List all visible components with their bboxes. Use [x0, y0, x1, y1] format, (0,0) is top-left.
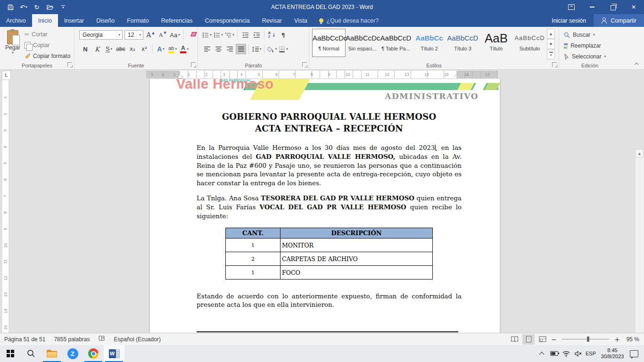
highlight-button[interactable]: ab▾ [167, 44, 178, 54]
paste-button[interactable]: Pegar ▾ [3, 29, 23, 66]
style-sin-espaciado[interactable]: AaBbCcDcSin espaci... [346, 29, 379, 57]
shrink-font-button[interactable]: A▼ [157, 30, 168, 40]
redo-button[interactable]: ↻ [31, 1, 42, 13]
increase-indent-button[interactable] [251, 30, 262, 40]
shading-button[interactable]: ▾ [267, 44, 277, 54]
bullets-button[interactable]: ▾ [202, 30, 212, 40]
zoom-slider[interactable] [562, 336, 609, 342]
copy-button[interactable]: Copiar [25, 40, 70, 50]
table-header-cant[interactable]: CANT. [226, 228, 281, 239]
tab-stop-selector[interactable]: L [2, 71, 11, 80]
web-layout-button[interactable] [537, 334, 549, 345]
bold-button[interactable]: N [80, 44, 91, 54]
tab-diseno[interactable]: Diseño [90, 14, 121, 27]
table-cell-qty[interactable]: 1 [226, 239, 281, 252]
tab-formato[interactable]: Formato [121, 14, 155, 27]
tab-referencias[interactable]: Referencias [155, 14, 199, 27]
style-subtitulo[interactable]: AaBbCcDSubtítulo [513, 29, 546, 57]
align-right-button[interactable] [224, 44, 235, 54]
paragraph-2[interactable]: La Tnlga. Ana Sosa TESORERA DEL GAD PR V… [197, 194, 462, 221]
style-titulo-3[interactable]: AaBbCcDTítulo 3 [446, 29, 479, 57]
tell-me-box[interactable]: ¿Qué desea hacer? [314, 14, 385, 27]
taskbar-zoom-app[interactable]: Z [62, 345, 83, 362]
font-dialog-launcher[interactable] [191, 62, 196, 67]
taskbar-file-explorer[interactable] [41, 345, 62, 362]
taskbar-search-button[interactable] [21, 345, 41, 362]
word-count[interactable]: 7855 palabras [54, 336, 90, 343]
minimize-button[interactable] [582, 0, 603, 14]
table-header-descripcion[interactable]: DESCRIPCIÓN [281, 228, 433, 239]
scrollbar-up-button[interactable]: ▲ [636, 149, 644, 157]
clipboard-dialog-launcher[interactable] [67, 62, 72, 67]
undo-button[interactable]: ↶▾ [18, 1, 29, 13]
sign-in-button[interactable]: Iniciar sesión [544, 14, 594, 27]
grow-font-button[interactable]: A▲ [145, 30, 156, 40]
align-center-button[interactable] [213, 44, 223, 54]
table-cell-desc[interactable]: FOCO [281, 266, 433, 280]
format-painter-button[interactable]: Copiar formato [25, 51, 70, 61]
print-layout-button[interactable] [522, 334, 535, 345]
change-case-button[interactable]: Aa▾ [170, 30, 180, 40]
select-button[interactable]: Seleccionar▾ [564, 51, 606, 62]
table-cell-qty[interactable]: 1 [226, 266, 281, 280]
strikethrough-button[interactable]: abc [116, 44, 126, 54]
start-button[interactable] [0, 345, 21, 362]
styles-dialog-launcher[interactable] [552, 62, 557, 67]
borders-button[interactable]: ▾ [278, 44, 289, 54]
subscript-button[interactable]: x₂ [127, 44, 138, 54]
tray-volume[interactable] [572, 345, 585, 362]
zoom-slider-thumb[interactable] [587, 337, 589, 342]
text-effects-button[interactable]: A▾ [156, 44, 166, 54]
tab-archivo[interactable]: Archivo [0, 14, 32, 27]
tab-vista[interactable]: Vista [288, 14, 314, 27]
replace-button[interactable]: abac Reemplazar [564, 41, 601, 51]
action-center-button[interactable] [628, 345, 640, 362]
tray-battery[interactable] [548, 345, 560, 362]
font-color-button[interactable]: A▾ [179, 44, 190, 54]
multilevel-list-button[interactable]: ▾ [224, 30, 235, 40]
superscript-button[interactable]: x² [139, 44, 149, 54]
align-left-button[interactable] [202, 44, 212, 54]
save-button[interactable] [5, 1, 16, 13]
sort-button[interactable]: AZ ↓ [267, 30, 277, 40]
restore-button[interactable] [603, 0, 623, 14]
customize-qat-button[interactable]: ▾ [58, 1, 69, 13]
styles-scroll-up-button[interactable]: ▲ [547, 29, 555, 39]
font-size-combo[interactable]: 12▾ [124, 30, 143, 40]
proofing-status[interactable] [98, 335, 105, 343]
tab-correspondencia[interactable]: Correspondencia [198, 14, 256, 27]
tray-clock[interactable]: 8:45 30/8/2023 [597, 347, 628, 360]
taskbar-chrome[interactable] [83, 345, 104, 362]
styles-scroll-down-button[interactable]: ▼ [547, 39, 555, 49]
document-heading-1[interactable]: GOBIERNO PARROQUIAL VALLE HERMOSO [197, 112, 462, 122]
page-indicator[interactable]: Página 51 de 51 [4, 336, 45, 343]
line-spacing-button[interactable]: ▾ [251, 44, 262, 54]
underline-button[interactable]: S▾ [104, 44, 114, 54]
language-indicator[interactable]: Español (Ecuador) [114, 336, 160, 343]
italic-button[interactable]: K [92, 44, 102, 54]
tab-insertar[interactable]: Insertar [58, 14, 90, 27]
read-mode-button[interactable] [508, 334, 520, 345]
style-titulo-2[interactable]: AaBbCcTítulo 2 [413, 29, 446, 57]
open-button[interactable] [44, 1, 56, 13]
show-marks-button[interactable]: ¶ [278, 30, 289, 40]
font-name-combo[interactable]: Georgia▾ [79, 30, 123, 40]
right-indent-marker[interactable] [454, 74, 457, 77]
table-cell-qty[interactable]: 2 [226, 252, 281, 266]
cut-button[interactable]: ✂Cortar [25, 29, 70, 40]
horizontal-ruler[interactable]: 321 123456789101112131415 1617 [146, 71, 498, 78]
find-button[interactable]: Buscar▾ [564, 30, 595, 40]
numbering-button[interactable]: ▾ [213, 30, 223, 40]
document-heading-2[interactable]: ACTA ENTREGA – RECEPCIÓN [197, 123, 462, 133]
style-titulo[interactable]: AaBTítulo [479, 29, 513, 57]
tab-revisar[interactable]: Revisar [256, 14, 288, 27]
document-page[interactable]: Valle Hermoso GAD PARROQUIAL ADMINISTRAT… [150, 79, 500, 333]
style-normal[interactable]: AaBbCcDc¶ Normal [312, 29, 346, 57]
tray-language[interactable]: ESP [585, 345, 597, 362]
paragraph-dialog-launcher[interactable] [302, 62, 307, 67]
paragraph-1[interactable]: En la Parroquia Valle Hermoso a los 30 d… [197, 144, 462, 188]
tray-show-hidden-icons[interactable] [536, 345, 548, 362]
zoom-level[interactable]: 95 % [622, 336, 639, 343]
indent-markers[interactable] [178, 70, 182, 79]
justify-button[interactable] [236, 44, 246, 54]
